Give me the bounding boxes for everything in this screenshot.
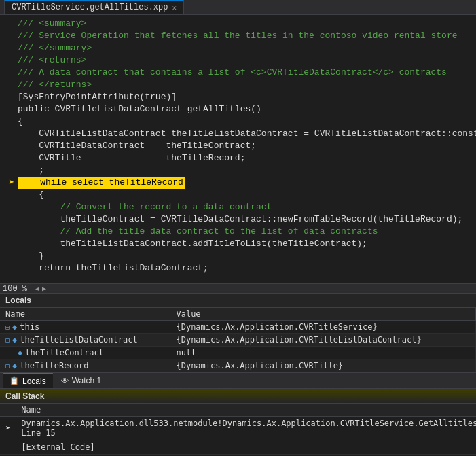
callstack-table: Name ➤Dynamics.Ax.Application.dll533.net… — [0, 404, 476, 455]
code-comment: /// </returns> — [18, 79, 92, 91]
callstack-row-name: [External Code] — [16, 440, 476, 455]
code-line: ➤ while select theTitleRecord — [0, 177, 476, 189]
callstack-col-name: Name — [16, 404, 476, 417]
code-line: theTitleListDataContract.addTitleToList(… — [0, 238, 476, 250]
code-line: public CVRTitleListDataContract getAllTi… — [0, 103, 476, 116]
code-comment: // Add the title data contract to the li… — [18, 226, 378, 238]
code-line: /// Service Operation that fetches all t… — [0, 30, 476, 42]
callstack-row[interactable]: [External Code] — [0, 440, 476, 455]
locals-row-value: {Dynamics.Ax.Application.CVRTitleListDat… — [170, 334, 476, 347]
scroll-right-icon[interactable]: ▶ — [42, 285, 46, 293]
callstack-header: Call Stack — [0, 389, 476, 404]
code-comment: /// </summary> — [18, 42, 92, 54]
code-highlight: while select theTitleRecord — [18, 177, 185, 189]
code-line: /// </summary> — [0, 42, 476, 54]
code-line: /// <summary> — [0, 18, 476, 30]
locals-panel: Locals Name Value ⊞◆this{Dynamics.Ax.App… — [0, 293, 476, 372]
code-line: return theTitleListDataContract; — [0, 262, 476, 275]
callstack-row-name: Dynamics.Ax.Application.dll533.netmodule… — [16, 417, 476, 440]
expand-icon[interactable]: ⊞ — [5, 323, 10, 331]
variable-icon: ◆ — [12, 335, 17, 345]
locals-row-name: ⊞◆this — [0, 321, 170, 334]
callstack-panel: Call Stack Name ➤Dynamics.Ax.Application… — [0, 389, 476, 455]
locals-name-text: theTitleRecord — [20, 361, 88, 370]
code-line: { — [0, 116, 476, 128]
locals-col-value: Value — [170, 308, 476, 321]
callstack-arrow: ➤ — [0, 417, 16, 440]
code-text: theTitleListDataContract.addTitleToList(… — [18, 238, 367, 250]
locals-col-name: Name — [0, 308, 170, 321]
code-text: { — [18, 189, 44, 201]
close-tab-icon[interactable]: ✕ — [172, 3, 177, 12]
code-line: ; — [0, 164, 476, 177]
code-comment: // Convert the record to a data contract — [18, 201, 272, 213]
callstack-header-row: Name — [0, 404, 476, 417]
scroll-left-icon[interactable]: ◀ — [35, 285, 39, 293]
code-line: CVRTitleListDataContract theTitleListDat… — [0, 128, 476, 140]
code-line: // Convert the record to a data contract — [0, 201, 476, 213]
locals-row[interactable]: ◆theTitleContractnull — [0, 347, 476, 359]
callstack-arrow — [0, 440, 16, 455]
callstack-current-icon: ➤ — [5, 423, 10, 433]
locals-row-name: ⊞◆theTitleListDataContract — [0, 334, 170, 347]
code-line: [SysEntryPointAttribute(true)] — [0, 91, 476, 103]
code-line: /// </returns> — [0, 79, 476, 91]
code-text: public CVRTitleListDataContract getAllTi… — [18, 103, 261, 116]
callstack-title: Call Stack — [5, 391, 44, 401]
locals-title: Locals — [5, 296, 31, 305]
locals-row[interactable]: ⊞◆theTitleListDataContract{Dynamics.Ax.A… — [0, 334, 476, 347]
tab-watch1[interactable]: 👁Watch 1 — [54, 373, 109, 388]
bottom-tab-bar: 📋Locals👁Watch 1 — [0, 372, 476, 389]
code-text: CVRTitleListDataContract theTitleListDat… — [18, 128, 476, 140]
code-editor: /// <summary>/// Service Operation that … — [0, 15, 476, 283]
callstack-arrow-col — [0, 404, 16, 417]
code-gutter: ➤ — [5, 177, 18, 189]
locals-table-header-row: Name Value — [0, 308, 476, 321]
code-comment: /// <returns> — [18, 54, 86, 67]
code-comment: /// Service Operation that fetches all t… — [18, 30, 458, 42]
title-bar: CVRTitleService.getAllTitles.xpp ✕ — [0, 0, 476, 15]
file-tab-label: CVRTitleService.getAllTitles.xpp — [12, 3, 168, 12]
code-text: { — [18, 116, 23, 128]
code-line: /// A data contract that contains a list… — [0, 67, 476, 79]
code-line: // Add the title data contract to the li… — [0, 226, 476, 238]
variable-icon: ◆ — [12, 322, 17, 332]
code-text: ; — [18, 164, 44, 177]
locals-table: Name Value ⊞◆this{Dynamics.Ax.Applicatio… — [0, 308, 476, 372]
tab-icon-locals: 📋 — [10, 376, 19, 385]
code-comment: /// A data contract that contains a list… — [18, 67, 447, 79]
code-text: theTitleContract = CVRTitleDataContract:… — [18, 213, 462, 226]
code-line: theTitleContract = CVRTitleDataContract:… — [0, 213, 476, 226]
expand-icon[interactable]: ⊞ — [5, 362, 10, 370]
variable-icon: ◆ — [18, 348, 22, 357]
locals-row[interactable]: ⊞◆theTitleRecord{Dynamics.Ax.Application… — [0, 359, 476, 372]
expand-icon[interactable]: ⊞ — [5, 336, 10, 344]
locals-row-value: {Dynamics.Ax.Application.CVRTitleService… — [170, 321, 476, 334]
locals-row-value: {Dynamics.Ax.Application.CVRTitle} — [170, 359, 476, 372]
locals-name-text: this — [20, 322, 39, 332]
tab-label-locals: Locals — [22, 376, 46, 386]
code-line: { — [0, 189, 476, 201]
code-text: CVRTitle theTitleRecord; — [18, 152, 245, 164]
callstack-row[interactable]: ➤Dynamics.Ax.Application.dll533.netmodul… — [0, 417, 476, 440]
zoom-label: 100 % — [3, 284, 27, 294]
locals-row[interactable]: ⊞◆this{Dynamics.Ax.Application.CVRTitleS… — [0, 321, 476, 334]
code-line: /// <returns> — [0, 54, 476, 67]
debug-arrow-icon: ➤ — [9, 177, 14, 189]
locals-name-text: theTitleListDataContract — [20, 335, 137, 345]
variable-icon: ◆ — [12, 361, 17, 370]
locals-panel-header: Locals — [0, 294, 476, 308]
code-text: } — [18, 250, 44, 262]
code-text: return theTitleListDataContract; — [18, 262, 208, 275]
code-text: CVRTitleDataContract theTitleContract; — [18, 140, 256, 152]
tab-icon-watch1: 👁 — [61, 376, 69, 385]
tab-locals[interactable]: 📋Locals — [3, 373, 53, 388]
locals-row-name: ⊞◆theTitleRecord — [0, 359, 170, 372]
tab-label-watch1: Watch 1 — [72, 376, 102, 385]
locals-row-name: ◆theTitleContract — [0, 347, 170, 359]
file-tab[interactable]: CVRTitleService.getAllTitles.xpp ✕ — [4, 0, 184, 14]
locals-row-value: null — [170, 347, 476, 359]
code-line: } — [0, 250, 476, 262]
code-scrollbar[interactable]: 100 % ◀ ▶ — [0, 283, 476, 293]
code-text: [SysEntryPointAttribute(true)] — [18, 91, 177, 103]
